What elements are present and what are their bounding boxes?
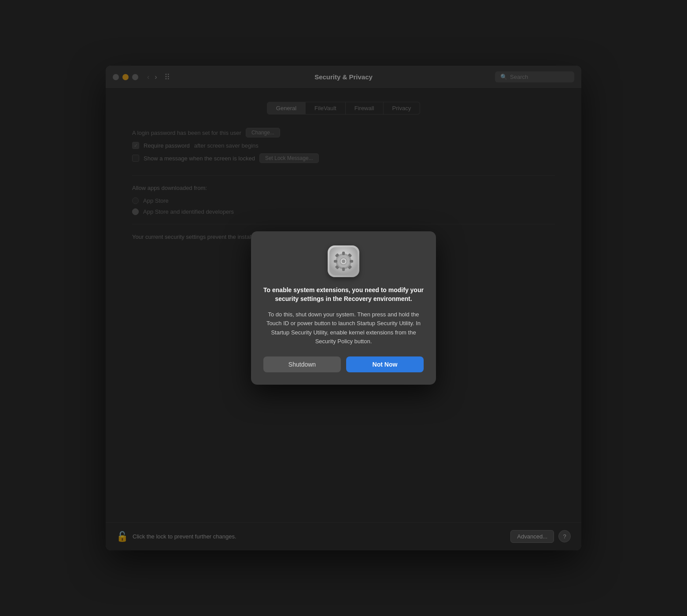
not-now-button[interactable]: Not Now	[346, 356, 424, 372]
svg-rect-4	[342, 252, 345, 255]
svg-rect-5	[342, 267, 345, 271]
modal-body: To do this, shut down your system. Then …	[263, 310, 424, 346]
svg-rect-6	[334, 260, 337, 263]
modal-title: To enable system extensions, you need to…	[263, 286, 424, 303]
main-window: ‹ › ⠿ Security & Privacy 🔍 Search Genera…	[106, 66, 581, 550]
shutdown-button[interactable]: Shutdown	[263, 356, 341, 372]
modal-dialog: To enable system extensions, you need to…	[251, 231, 436, 385]
app-icon	[328, 245, 359, 277]
modal-overlay: To enable system extensions, you need to…	[106, 66, 581, 550]
svg-point-13	[342, 260, 345, 263]
svg-rect-7	[350, 260, 353, 263]
modal-buttons: Shutdown Not Now	[263, 356, 424, 372]
